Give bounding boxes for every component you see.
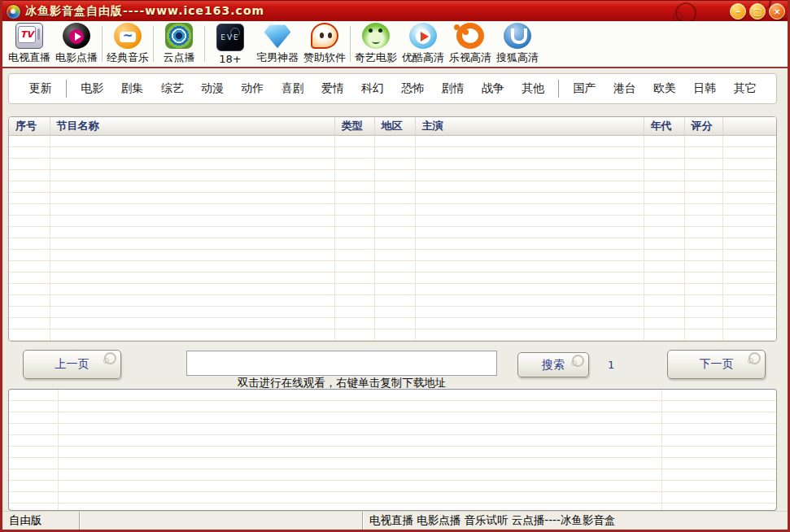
toolbar-button-label: 搜狐高清: [496, 50, 539, 65]
toolbar-button-letv-hd[interactable]: 乐视高清: [447, 23, 494, 65]
status-version: 自由版: [2, 512, 80, 530]
category-tab-7[interactable]: 爱情: [318, 80, 347, 98]
empty-cell: [644, 261, 684, 273]
toolbar-button-sponsor-software[interactable]: 赞助软件: [301, 23, 348, 65]
playlist-row[interactable]: [9, 458, 776, 469]
empty-cell: [9, 250, 50, 261]
program-row[interactable]: [9, 227, 776, 238]
playlist-row[interactable]: [9, 435, 776, 447]
prev-page-button[interactable]: 上一页: [23, 350, 121, 379]
empty-cell: [50, 159, 334, 170]
playlist-row[interactable]: [9, 492, 776, 504]
empty-cell: [9, 492, 58, 504]
empty-cell: [415, 295, 644, 307]
empty-cell: [374, 147, 415, 159]
program-row[interactable]: [9, 250, 776, 261]
category-tab-16[interactable]: 日韩: [690, 80, 719, 98]
program-row[interactable]: [9, 170, 776, 181]
column-header[interactable]: [722, 117, 776, 136]
category-tab-3[interactable]: 综艺: [158, 80, 187, 98]
column-header[interactable]: 类型: [334, 117, 374, 136]
empty-cell: [334, 329, 374, 341]
column-header[interactable]: 序号: [9, 117, 50, 136]
program-row[interactable]: [9, 329, 776, 341]
toolbar-button-adult-18plus[interactable]: 18+: [207, 23, 254, 65]
toolbar-button-qiyi-movies[interactable]: 奇艺电影: [352, 23, 399, 65]
search-button[interactable]: 搜索: [517, 352, 589, 377]
youku-play-icon: [409, 23, 437, 49]
category-tab-14[interactable]: 港台: [610, 80, 639, 98]
playlist-row[interactable]: [9, 469, 776, 481]
program-row[interactable]: [9, 193, 776, 204]
playlist-row[interactable]: [9, 481, 776, 492]
toolbar-button-movie-on-demand[interactable]: 电影点播: [53, 23, 100, 65]
program-row[interactable]: [9, 295, 776, 307]
category-tab-6[interactable]: 喜剧: [277, 80, 307, 98]
empty-cell: [644, 204, 684, 216]
category-tab-11[interactable]: 战争: [478, 80, 508, 98]
program-row[interactable]: [9, 261, 776, 273]
table-header-row: 序号节目名称类型地区主演年代评分: [9, 117, 776, 136]
program-row[interactable]: [9, 181, 776, 193]
category-tab-9[interactable]: 恐怖: [398, 80, 427, 98]
program-row[interactable]: [9, 284, 776, 295]
empty-cell: [9, 469, 58, 481]
category-tab-8[interactable]: 科幻: [358, 80, 387, 98]
program-row[interactable]: [9, 318, 776, 329]
program-row[interactable]: [9, 307, 776, 318]
category-tab-0[interactable]: 更新: [26, 80, 55, 98]
column-header[interactable]: 地区: [374, 117, 415, 136]
program-row[interactable]: [9, 238, 776, 250]
program-row[interactable]: [9, 204, 776, 216]
playlist-row[interactable]: [9, 390, 776, 401]
column-header[interactable]: 评分: [684, 117, 722, 136]
empty-cell: [374, 318, 415, 329]
category-tab-10[interactable]: 剧情: [438, 80, 467, 98]
playlist-row[interactable]: [9, 504, 776, 512]
status-bar: 自由版 电视直播 电影点播 音乐试听 云点播----冰鱼影音盒: [2, 511, 788, 530]
column-header[interactable]: 主演: [415, 117, 644, 136]
toolbar-button-zhainan-tool[interactable]: 宅男神器: [254, 23, 301, 65]
toolbar-button-classic-music[interactable]: 经典音乐: [104, 23, 151, 65]
toolbar-button-tv-live[interactable]: 电视直播: [6, 23, 53, 65]
window-title: 冰鱼影音盒自由版----www.ice163.com: [25, 4, 264, 19]
toolbar-button-cloud-on-demand[interactable]: 云点播: [155, 23, 203, 65]
empty-cell: [50, 284, 334, 295]
category-tab-12[interactable]: 其他: [518, 80, 548, 98]
empty-cell: [50, 227, 334, 238]
toolbar-button-label: 18+: [219, 53, 241, 65]
minimize-button[interactable]: –: [730, 3, 746, 20]
column-header[interactable]: 年代: [644, 117, 684, 136]
playlist-row[interactable]: [9, 424, 776, 435]
category-tab-1[interactable]: 电影: [77, 80, 107, 98]
toolbar-button-youku-hd[interactable]: 优酷高清: [399, 23, 447, 65]
playlist-row[interactable]: [9, 447, 776, 458]
playlist-row[interactable]: [9, 412, 776, 424]
empty-cell: [722, 284, 776, 295]
empty-cell: [722, 193, 776, 204]
empty-cell: [58, 492, 661, 504]
category-tab-2[interactable]: 剧集: [117, 80, 146, 98]
empty-cell: [644, 284, 684, 295]
search-input[interactable]: [186, 351, 497, 376]
category-tab-13[interactable]: 国产: [570, 80, 599, 98]
program-row[interactable]: [9, 159, 776, 170]
category-tab-4[interactable]: 动漫: [198, 80, 227, 98]
program-row[interactable]: [9, 273, 776, 284]
column-header[interactable]: 节目名称: [50, 117, 334, 136]
category-tab-17[interactable]: 其它: [730, 80, 759, 98]
category-tab-15[interactable]: 欧美: [650, 80, 679, 98]
empty-cell: [684, 238, 722, 250]
program-row[interactable]: [9, 216, 776, 227]
program-row[interactable]: [9, 147, 776, 159]
playlist-row[interactable]: [9, 401, 776, 412]
empty-cell: [684, 295, 722, 307]
page-number: 1: [608, 359, 614, 371]
toolbar-button-sohu-hd[interactable]: 搜狐高清: [494, 23, 541, 65]
category-tab-5[interactable]: 动作: [238, 80, 267, 98]
next-page-button[interactable]: 下一页: [667, 350, 766, 379]
empty-cell: [374, 216, 415, 227]
program-row[interactable]: [9, 136, 776, 147]
close-button[interactable]: ×: [769, 3, 785, 20]
maximize-button[interactable]: □: [749, 3, 766, 20]
